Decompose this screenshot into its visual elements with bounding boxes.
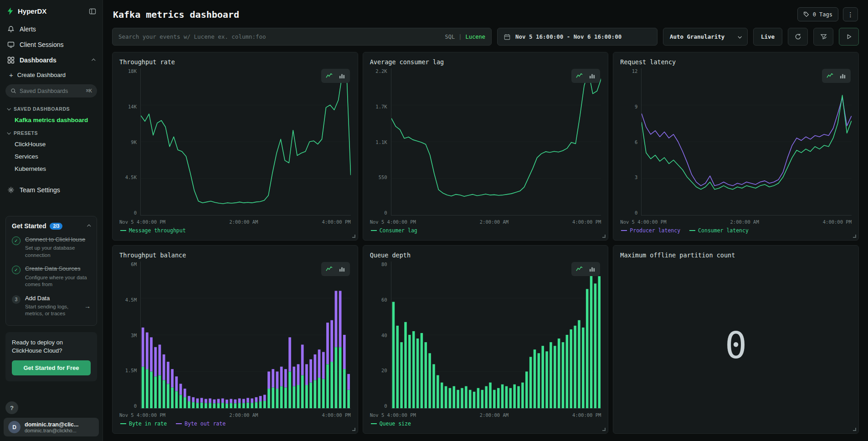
x-tick-label: 2:00:00 AM xyxy=(229,412,258,418)
chart-panel-offline-partition-count: Maximum offline partition count 0 xyxy=(613,245,859,434)
live-button[interactable]: Live xyxy=(753,28,782,46)
collapse-sidebar-icon[interactable] xyxy=(89,8,96,15)
resize-handle-icon[interactable] xyxy=(602,235,606,238)
sidebar-item-label: Client Sessions xyxy=(20,41,64,48)
chart-plot[interactable] xyxy=(391,262,601,409)
chart-type-toggle[interactable] xyxy=(321,262,350,276)
sidebar-item-kafka-dashboard[interactable]: Kafka metrics dashboard xyxy=(0,114,103,126)
legend-item[interactable]: Producer latency xyxy=(621,227,680,234)
line-chart-icon[interactable] xyxy=(326,72,333,79)
bar-chart-icon[interactable] xyxy=(589,72,596,79)
chart-panel-throughput-balance: Throughput balance 6M4.5M3M1.5M0Nov 5 4:… xyxy=(112,245,358,434)
chart-legend: Producer latencyConsumer latency xyxy=(620,225,852,236)
saved-dashboards-search-input[interactable] xyxy=(20,88,83,94)
get-started-free-button[interactable]: Get Started for Free xyxy=(12,360,91,375)
filter-button[interactable] xyxy=(813,28,833,46)
saved-dashboards-section-header[interactable]: SAVED DASHBOARDS xyxy=(0,102,103,114)
get-started-step-sources[interactable]: ✓ Create Data Sources Configure where yo… xyxy=(12,265,91,288)
step-number-icon: 3 xyxy=(12,295,21,304)
chart-plot[interactable] xyxy=(140,262,351,409)
resize-handle-icon[interactable] xyxy=(853,428,856,431)
app-name: HyperDX xyxy=(18,7,46,15)
refresh-button[interactable] xyxy=(788,28,808,46)
legend-label: Consumer latency xyxy=(698,227,749,234)
legend-item[interactable]: Byte in rate xyxy=(120,420,167,427)
legend-item[interactable]: Message throughput xyxy=(120,227,186,234)
y-tick-label: 0 xyxy=(134,210,137,215)
y-tick-label: 0 xyxy=(635,210,637,215)
y-tick-label: 0 xyxy=(384,403,387,409)
legend-label: Consumer lag xyxy=(380,227,417,234)
granularity-select[interactable]: Auto Granularity xyxy=(663,28,748,46)
event-search-bar[interactable]: SQL | Lucene xyxy=(112,28,492,46)
x-tick-label: 2:00:00 AM xyxy=(229,219,258,225)
sidebar-item-services[interactable]: Services xyxy=(0,150,103,163)
legend-dash-icon xyxy=(371,230,377,231)
user-menu[interactable]: D dominic.tran@clic... dominic.tran@clic… xyxy=(4,418,99,436)
monitor-icon xyxy=(7,41,15,48)
y-tick-label: 12 xyxy=(632,68,638,74)
line-chart-icon[interactable] xyxy=(576,266,583,272)
sidebar-item-clickhouse[interactable]: ClickHouse xyxy=(0,138,103,150)
resize-handle-icon[interactable] xyxy=(602,428,606,431)
legend-dash-icon xyxy=(689,230,695,231)
app-logo[interactable]: HyperDX xyxy=(6,7,46,15)
sidebar-item-alerts[interactable]: Alerts xyxy=(0,21,103,37)
get-started-step-add-data[interactable]: 3 Add Data Start sending logs, metrics, … xyxy=(12,295,91,318)
legend-label: Byte in rate xyxy=(129,420,167,427)
chart-panel-throughput-rate: Throughput rate 18K14K9K4.5K0Nov 5 4:00:… xyxy=(112,52,358,241)
x-axis: Nov 5 4:00:00 PM2:00:00 AM4:00:00 PM xyxy=(119,215,351,225)
y-tick-label: 0 xyxy=(134,403,137,409)
tags-button[interactable]: 0 Tags xyxy=(797,7,838,21)
y-tick-label: 1.5M xyxy=(125,368,137,373)
legend-label: Queue size xyxy=(380,420,411,427)
create-dashboard-button[interactable]: + Create Dashboard xyxy=(0,68,103,83)
help-button[interactable]: ? xyxy=(5,401,18,414)
legend-item[interactable]: Consumer latency xyxy=(689,227,749,234)
bar-chart-icon[interactable] xyxy=(589,266,596,272)
run-query-button[interactable] xyxy=(839,28,859,46)
calendar-icon xyxy=(504,34,510,40)
plus-icon: + xyxy=(9,71,13,79)
sidebar-item-client-sessions[interactable]: Client Sessions xyxy=(0,37,103,52)
chart-type-toggle[interactable] xyxy=(321,69,350,83)
line-chart-icon[interactable] xyxy=(326,266,333,272)
lucene-mode-toggle[interactable]: Lucene xyxy=(466,34,485,40)
toolbar: SQL | Lucene Nov 5 16:00:00 - Nov 6 16:0… xyxy=(112,28,859,46)
chart-type-toggle[interactable] xyxy=(571,69,600,83)
chart-type-toggle[interactable] xyxy=(571,262,600,276)
chart-plot[interactable] xyxy=(391,68,601,215)
legend-label: Byte out rate xyxy=(185,420,226,427)
chart-plot[interactable] xyxy=(140,68,351,215)
saved-dashboards-search[interactable]: ⌘K xyxy=(5,84,97,97)
bar-chart-icon[interactable] xyxy=(339,266,345,272)
sql-mode-toggle[interactable]: SQL xyxy=(445,34,455,40)
sidebar-item-kubernetes[interactable]: Kubernetes xyxy=(0,163,103,175)
check-circle-icon: ✓ xyxy=(12,266,21,274)
chart-type-toggle[interactable] xyxy=(822,69,851,83)
legend-item[interactable]: Byte out rate xyxy=(176,420,226,427)
mode-divider: | xyxy=(458,34,462,40)
resize-handle-icon[interactable] xyxy=(352,428,355,431)
presets-section-header[interactable]: PRESETS xyxy=(0,126,103,138)
bar-chart-icon[interactable] xyxy=(839,72,846,79)
line-chart-icon[interactable] xyxy=(827,72,833,79)
sidebar-item-team-settings[interactable]: Team Settings xyxy=(0,182,103,198)
chart-plot[interactable] xyxy=(641,68,852,215)
event-search-input[interactable] xyxy=(118,33,442,40)
legend-item[interactable]: Consumer lag xyxy=(371,227,417,234)
chevron-up-icon[interactable] xyxy=(87,224,91,228)
legend-item[interactable]: Queue size xyxy=(371,420,411,427)
chart-area: 6M4.5M3M1.5M0Nov 5 4:00:00 PM2:00:00 AM4… xyxy=(119,262,351,418)
line-chart-icon[interactable] xyxy=(576,72,583,79)
get-started-step-connect[interactable]: ✓ Connect to ClickHouse Set up your data… xyxy=(12,236,91,259)
y-tick-label: 9K xyxy=(131,139,137,145)
resize-handle-icon[interactable] xyxy=(352,235,355,238)
bar-chart-icon[interactable] xyxy=(339,72,345,79)
sidebar-item-dashboards[interactable]: Dashboards xyxy=(0,52,103,68)
date-range-picker[interactable]: Nov 5 16:00:00 - Nov 6 16:00:00 xyxy=(497,28,657,46)
chevron-down-icon xyxy=(738,35,741,38)
more-options-button[interactable]: ⋮ xyxy=(843,7,858,21)
hyperdx-logo-icon xyxy=(6,7,14,15)
resize-handle-icon[interactable] xyxy=(853,235,856,238)
